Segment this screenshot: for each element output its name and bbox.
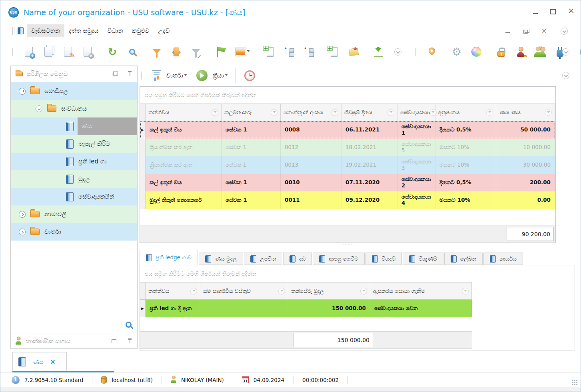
filter-icon[interactable] <box>387 109 394 116</box>
resize-grip[interactable] <box>572 380 578 385</box>
menu-item-program[interactable]: වැඩසටහන <box>27 24 64 37</box>
table-row[interactable]: ක්‍රියාත්මක කර ඇත සේවක 1 0012 18.02.2021… <box>140 139 555 156</box>
appearance-icon[interactable] <box>469 44 483 60</box>
add-record-icon[interactable]: + <box>22 44 36 60</box>
column-header-manager[interactable]: කළමනාකරු <box>222 104 281 121</box>
toolbar-overflow-icon[interactable] <box>561 28 568 35</box>
cell-rate[interactable]: මසකට 10% <box>435 139 496 156</box>
cell-contract[interactable]: 0008 <box>281 121 341 139</box>
access-rights-icon[interactable] <box>513 44 528 60</box>
tree-node-mailing[interactable]: තැපැල් කිරීම <box>11 135 137 153</box>
cell-contract[interactable]: 0012 <box>281 139 341 156</box>
cell-manager[interactable]: සේවක 1 <box>222 156 281 174</box>
maximize-icon[interactable] <box>550 9 556 14</box>
tab-sales[interactable]: විකුණුම් <box>403 253 443 265</box>
bar-drag-handle[interactable] <box>141 72 143 80</box>
expand-icon[interactable] <box>19 211 26 218</box>
cell-client[interactable]: සේවාදායකයා 4 <box>397 191 435 209</box>
mdi-close-icon[interactable]: × <box>541 28 547 34</box>
tree-node-organization[interactable]: සංවිධානය <box>11 100 137 117</box>
cell-contract[interactable]: 0011 <box>281 191 341 209</box>
cell-contract[interactable]: 0010 <box>281 174 341 191</box>
tree-node-clients[interactable]: සේවාදායකයින් <box>11 188 137 205</box>
tab-expenses[interactable]: වියදම් <box>365 253 402 265</box>
tree-structure-icon[interactable] <box>302 44 316 60</box>
tree-node-pledge[interactable]: ප්‍රති led ගා <box>11 153 137 170</box>
filter-icon[interactable] <box>271 109 278 116</box>
filter-icon[interactable] <box>150 44 164 60</box>
tree-collapse-icon[interactable] <box>282 44 297 60</box>
collapse-icon[interactable] <box>19 88 26 95</box>
refresh-icon[interactable]: ↻ <box>105 44 120 60</box>
cell-manager[interactable]: සේවක 1 <box>222 121 281 139</box>
map-location-icon[interactable] <box>425 44 439 60</box>
cell-client[interactable]: සේවාදායකයා 3 <box>397 156 435 174</box>
copy-record-icon[interactable] <box>41 44 56 60</box>
filter-icon[interactable] <box>190 288 197 294</box>
scheduler-icon[interactable] <box>243 68 257 84</box>
cell-amount[interactable]: 200.00 <box>496 174 555 191</box>
close-icon[interactable] <box>568 9 573 14</box>
tab-repayment[interactable]: ආපසු ගෙවීම <box>313 253 365 265</box>
toolbar-drag-handle[interactable] <box>415 48 416 56</box>
tab-loan-money[interactable]: ණය මුදල <box>199 253 243 265</box>
table-row[interactable]: ▶ කල් ඉකුත් විය සේවක 1 0008 06.11.2021 ස… <box>140 121 555 139</box>
column-header-rate[interactable]: අනුපාතය <box>435 104 496 121</box>
users-icon[interactable] <box>533 44 547 60</box>
tree-node-modules[interactable]: මොඩියුල <box>11 82 137 100</box>
column-header-client[interactable]: සේවාදායකයා <box>397 104 435 121</box>
cell-date[interactable]: 06.11.2021 <box>341 121 397 139</box>
filter-icon[interactable] <box>545 109 552 116</box>
menubar-drag-handle[interactable] <box>12 27 14 35</box>
panel-float-icon[interactable] <box>112 73 116 76</box>
reports-dropdown[interactable]: වාර්තා <box>166 72 187 79</box>
panel-maximize-icon[interactable] <box>112 339 116 343</box>
table-row[interactable]: ▶ ප්‍රති led ගා දී ඇත 150 000.00 සේවාදාය… <box>140 300 472 317</box>
flag-icon[interactable] <box>214 44 228 60</box>
cell-status[interactable]: ක්‍රියාත්මක කර ඇත <box>146 156 222 174</box>
cell-date[interactable]: 18.02.2021 <box>341 139 397 156</box>
lock-icon[interactable] <box>494 44 508 60</box>
edit-record-icon[interactable]: ✎ <box>61 44 75 60</box>
tree-node-money[interactable]: මුදල <box>11 170 137 188</box>
menu-item-commands[interactable]: විධාන <box>103 24 127 37</box>
cell-object[interactable] <box>200 300 288 317</box>
mdi-restore-icon[interactable] <box>523 30 528 34</box>
filter-icon[interactable] <box>278 288 285 294</box>
menu-item-help[interactable]: උදව් <box>154 24 174 37</box>
settings-icon[interactable]: ⚙ <box>449 44 464 60</box>
export-more-icon[interactable] <box>391 44 405 60</box>
cell-rate[interactable]: මසකට 10% <box>435 191 496 209</box>
cell-manager[interactable]: සේවක 1 <box>222 191 281 209</box>
toolbar-overflow-icon[interactable] <box>562 48 569 56</box>
menu-item-database[interactable]: දත්ත සමුදාය <box>64 24 103 37</box>
panel-pin-icon[interactable] <box>128 71 132 77</box>
cell-status[interactable]: මුදල් නිකුත් නොකෙරේ <box>146 191 222 209</box>
cell-date[interactable]: 09.12.2020 <box>341 191 397 209</box>
cell-date[interactable]: 07.11.2020 <box>341 174 397 191</box>
search-icon[interactable] <box>125 44 139 60</box>
menu-item-window[interactable]: කවුළුව <box>127 24 154 37</box>
toolbar-drag-handle[interactable] <box>12 48 13 56</box>
cell-amount[interactable]: 50 000.00 <box>496 121 555 139</box>
column-header-status[interactable]: තත්ත්වය <box>146 283 200 299</box>
cell-collateral[interactable]: සේවාදායකයා වෙත <box>370 300 472 317</box>
column-header-date[interactable]: ගිවිසුම් දිනය <box>341 104 397 121</box>
tree-node-loans[interactable]: ණය <box>11 117 137 135</box>
cell-status[interactable]: ප්‍රති led ගා දී ඇත <box>146 300 200 317</box>
tree-node-directories[interactable]: නාමාවලි <box>11 205 137 223</box>
table-row[interactable]: මුදල් නිකුත් නොකෙරේ සේවක 1 0011 09.12.20… <box>140 191 555 209</box>
support-panel-header[interactable]: තාක්ෂණික සහාය <box>11 334 137 348</box>
notes-icon[interactable] <box>346 44 361 60</box>
info-icon[interactable] <box>12 376 20 384</box>
tab-documents[interactable]: ලේඛන <box>444 253 483 265</box>
tab-fines[interactable]: දඩ <box>283 253 312 265</box>
info-icon[interactable] <box>577 44 581 60</box>
expand-icon[interactable] <box>19 229 26 235</box>
bar-overflow-icon[interactable] <box>562 72 569 79</box>
cell-rate[interactable]: දිනකට 0,5% <box>435 174 496 191</box>
filter-apply-icon[interactable]: ✓ <box>189 44 203 60</box>
add-column-icon[interactable] <box>327 44 341 60</box>
cell-client[interactable]: සේවාදායකයා 2 <box>397 174 435 191</box>
mdi-minimize-icon[interactable] <box>505 29 510 34</box>
